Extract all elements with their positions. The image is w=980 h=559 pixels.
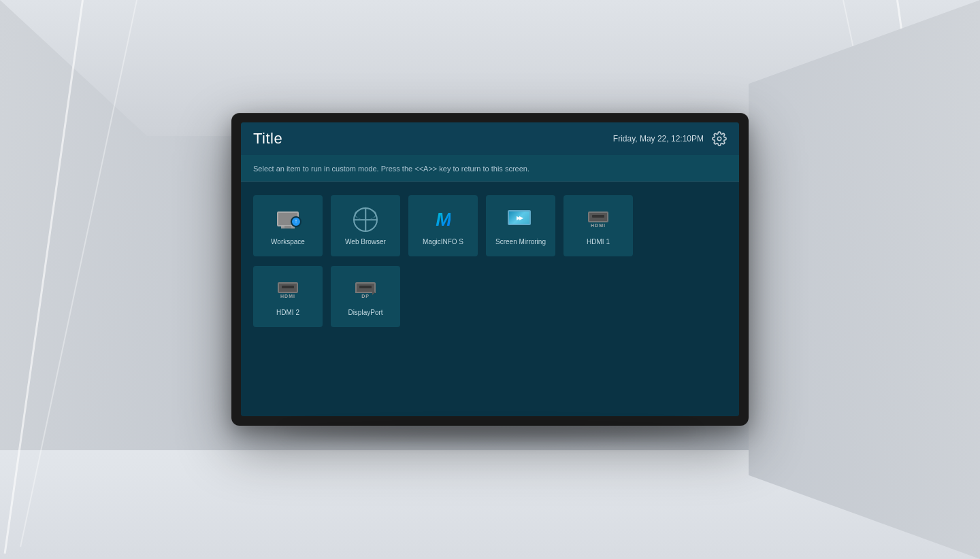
app-grid: Workspace Web Browser xyxy=(241,182,739,416)
app-tile-displayport[interactable]: DP DisplayPort xyxy=(331,266,400,327)
browser-icon xyxy=(353,207,378,232)
header-right: Friday, May 22, 12:10PM xyxy=(613,131,727,146)
wall-line-right xyxy=(896,0,976,554)
hdmi1-icon: HDMI xyxy=(588,211,608,228)
tv-shadow xyxy=(283,426,697,439)
wall-line-right2 xyxy=(843,0,960,547)
tv-frame: Title Friday, May 22, 12:10PM Select an … xyxy=(231,113,749,426)
instruction-text: Select an item to run in custom mode. Pr… xyxy=(253,165,529,173)
browser-icon-area xyxy=(351,205,380,234)
svg-point-0 xyxy=(717,137,721,141)
app-tile-web-browser[interactable]: Web Browser xyxy=(331,195,400,256)
mirroring-icon-area xyxy=(506,205,535,234)
tv-screen: Title Friday, May 22, 12:10PM Select an … xyxy=(241,122,739,416)
app-tile-magicinfo[interactable]: M MagicINFO S xyxy=(408,195,478,256)
web-browser-label: Web Browser xyxy=(345,238,386,246)
app-tile-hdmi2[interactable]: HDMI HDMI 2 xyxy=(253,266,323,327)
screen-mirroring-label: Screen Mirroring xyxy=(495,238,546,246)
tv-monitor: Title Friday, May 22, 12:10PM Select an … xyxy=(231,113,749,426)
magicinfo-icon-area: M xyxy=(429,205,457,234)
screen-header: Title Friday, May 22, 12:10PM xyxy=(241,122,739,155)
magicinfo-label: MagicINFO S xyxy=(423,238,463,246)
hdmi1-label: HDMI 1 xyxy=(587,238,610,246)
hdmi2-label: HDMI 2 xyxy=(276,309,299,317)
workspace-label: Workspace xyxy=(271,238,305,246)
datetime-display: Friday, May 22, 12:10PM xyxy=(613,134,704,143)
app-tile-workspace[interactable]: Workspace xyxy=(253,195,323,256)
app-grid-row-2: HDMI HDMI 2 DP xyxy=(253,266,727,327)
screen-mirroring-icon xyxy=(508,210,534,229)
floor-panel xyxy=(0,450,980,559)
displayport-label: DisplayPort xyxy=(348,309,382,317)
app-tile-hdmi1[interactable]: HDMI HDMI 1 xyxy=(564,195,633,256)
app-tile-screen-mirroring[interactable]: Screen Mirroring xyxy=(486,195,555,256)
hdmi2-icon-area: HDMI xyxy=(274,276,302,305)
displayport-icon: DP xyxy=(355,282,376,299)
hdmi1-icon-area: HDMI xyxy=(584,205,612,234)
magicinfo-icon: M xyxy=(436,209,450,231)
settings-icon[interactable] xyxy=(712,131,727,146)
hdmi2-icon: HDMI xyxy=(278,282,298,299)
workspace-icon xyxy=(277,211,299,228)
displayport-icon-area: DP xyxy=(351,276,380,305)
app-grid-row-1: Workspace Web Browser xyxy=(253,195,727,256)
instruction-bar: Select an item to run in custom mode. Pr… xyxy=(241,155,739,182)
screen-title: Title xyxy=(253,130,282,148)
workspace-icon-area xyxy=(274,205,302,234)
